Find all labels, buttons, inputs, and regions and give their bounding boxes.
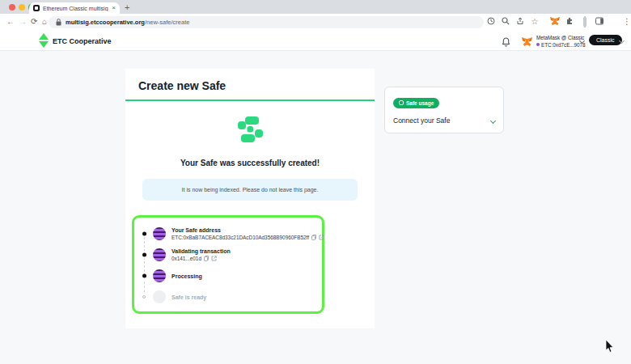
brand-name: ETC Cooperative <box>53 37 112 45</box>
external-link-icon[interactable] <box>211 256 217 261</box>
new-tab-button[interactable]: + <box>125 2 129 12</box>
tab-close-icon[interactable]: × <box>112 5 116 11</box>
browser-menu-icon[interactable]: ⋮ <box>622 17 631 27</box>
minimize-window-button[interactable] <box>19 4 25 11</box>
step-label: Safe is ready <box>172 294 206 300</box>
step-safe-ready: Safe is ready <box>141 286 316 307</box>
indexing-info-banner: It is now being indexed. Please do not l… <box>142 179 358 201</box>
step-safe-address: Your Safe address ETC:0xBaB7ACEAC8d33c21… <box>141 223 316 244</box>
browser-titlebar: Ethereum Classic multisig – C… × + <box>0 0 631 14</box>
wallet-selector[interactable]: MetaMask @ Classic ETC:0xd7cE...9078 <box>536 35 578 48</box>
url-path: /new-safe/create <box>145 19 189 26</box>
search-icon[interactable] <box>501 17 510 27</box>
external-link-icon[interactable] <box>319 235 324 240</box>
safe-mini-logo-icon <box>399 100 404 105</box>
create-safe-card: Create new Safe Your Safe was successful… <box>125 69 375 328</box>
step-value-row: ETC:0xBaB7ACEAC8d33c21DAcD10Ad3568B90960… <box>172 235 324 240</box>
address-bar[interactable]: multisig.etccooperative.org/new-safe/cre… <box>49 16 484 28</box>
home-icon[interactable]: ⌂ <box>42 16 47 28</box>
safe-logo-icon <box>235 116 265 145</box>
safe-address-identicon <box>153 227 166 240</box>
metamask-wallet-icon <box>522 36 532 50</box>
profile-avatar[interactable] <box>608 17 618 27</box>
transaction-hash-value: 0x141...e01d <box>172 256 201 261</box>
url-domain: multisig.etccooperative.org <box>66 19 145 26</box>
url-text: multisig.etccooperative.org/new-safe/cre… <box>66 19 189 26</box>
extension-circle-icon[interactable] <box>580 17 590 27</box>
step-processing: Processing <box>141 265 316 286</box>
copy-icon[interactable] <box>204 256 209 261</box>
safe-address-value: ETC:0xBaB7ACEAC8d33c21DAcD10Ad3568B90960… <box>172 235 309 240</box>
extensions-puzzle-icon[interactable] <box>565 17 575 27</box>
tab-title: Ethereum Classic multisig – C… <box>43 6 108 11</box>
pending-identicon <box>153 290 166 303</box>
notifications-bell-icon[interactable] <box>502 36 510 50</box>
browser-tab[interactable]: Ethereum Classic multisig – C… × <box>29 2 120 14</box>
creation-steps-panel: Your Safe address ETC:0xBaB7ACEAC8d33c21… <box>132 215 324 314</box>
step-label: Processing <box>172 273 202 279</box>
connect-safe-accordion[interactable]: Connect your Safe <box>393 116 495 125</box>
page-content: Create new Safe Your Safe was successful… <box>0 51 631 364</box>
wallet-name: MetaMask @ Classic <box>536 35 578 40</box>
card-body: Your Safe was successfully created! It i… <box>125 101 375 314</box>
safe-usage-panel: Safe usage Connect your Safe <box>384 87 504 133</box>
badge-label: Safe usage <box>406 100 434 106</box>
network-selector-button[interactable]: Classic <box>589 35 622 45</box>
side-panel-icon[interactable] <box>595 17 604 27</box>
accordion-chevron-down-icon[interactable] <box>490 117 496 123</box>
success-message: Your Safe was successfully created! <box>125 159 375 167</box>
tab-favicon-icon <box>33 5 40 11</box>
connect-safe-label: Connect your Safe <box>393 116 450 125</box>
step-value-row: 0x141...e01d <box>172 256 231 261</box>
back-icon[interactable]: ← <box>6 16 15 28</box>
padlock-icon <box>56 19 61 26</box>
step-label: Your Safe address <box>172 227 324 233</box>
wallet-address-row: ETC:0xd7cE...9078 <box>536 42 578 48</box>
mouse-cursor <box>605 340 614 353</box>
safe-usage-badge: Safe usage <box>393 98 439 108</box>
step-dot-pending-icon <box>142 295 146 298</box>
step-label: Validating transaction <box>172 248 231 254</box>
close-window-button[interactable] <box>9 4 15 11</box>
transaction-identicon <box>153 248 166 261</box>
metamask-extension-icon[interactable] <box>550 17 560 27</box>
reload-icon[interactable]: ⟳ <box>31 16 37 28</box>
share-icon[interactable] <box>515 17 525 27</box>
page-title: Create new Safe <box>125 69 375 99</box>
etc-cooperative-logo-icon <box>39 33 49 48</box>
step-dot-icon <box>142 232 146 236</box>
steps-list: Your Safe address ETC:0xBaB7ACEAC8d33c21… <box>141 223 316 307</box>
copy-icon[interactable] <box>311 235 316 240</box>
step-dot-icon <box>142 274 146 278</box>
processing-identicon <box>153 269 166 282</box>
history-clock-icon[interactable] <box>486 17 496 27</box>
wallet-identicon <box>536 43 540 46</box>
step-validating-transaction: Validating transaction 0x141...e01d <box>141 244 316 265</box>
wallet-address: ETC:0xd7cE...9078 <box>541 42 586 48</box>
bookmark-star-icon[interactable]: ☆ <box>530 17 540 27</box>
app-header: ETC Cooperative MetaMask @ Classic ETC:0… <box>0 31 631 51</box>
forward-icon[interactable]: → <box>19 16 27 28</box>
step-dot-icon <box>142 253 146 257</box>
browser-toolbar: ← → ⟳ ⌂ multisig.etccooperative.org/new-… <box>0 14 631 31</box>
